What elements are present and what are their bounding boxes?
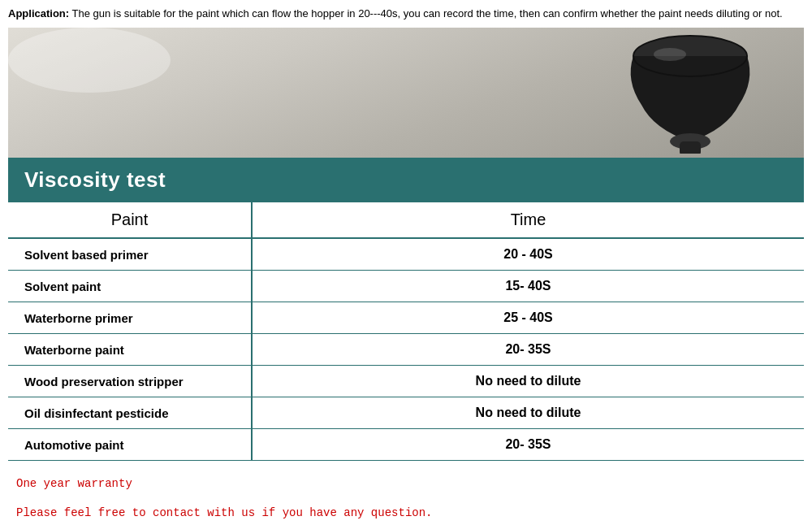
application-label: Application: — [8, 7, 69, 20]
cell-paint-0: Solvent based primer — [8, 238, 252, 271]
cell-time-4: No need to dilute — [252, 366, 804, 397]
cell-paint-5: Oil disinfectant pesticide — [8, 397, 252, 429]
cell-paint-4: Wood preservation stripper — [8, 366, 252, 397]
cell-time-2: 25 - 40S — [252, 302, 804, 334]
table-body: Solvent based primer20 - 40SSolvent pain… — [8, 238, 804, 461]
column-header-time: Time — [252, 202, 804, 238]
application-paragraph: Application: The gun is suitable for the… — [0, 0, 812, 28]
cell-time-6: 20- 35S — [252, 429, 804, 461]
application-description: The gun is suitable for the paint which … — [72, 7, 783, 20]
cell-time-1: 15- 40S — [252, 271, 804, 302]
cell-paint-6: Automotive paint — [8, 429, 252, 461]
svg-point-3 — [654, 48, 686, 61]
contact-text: Please feel free to contact with us if y… — [16, 506, 796, 519]
table-row: Wood preservation stripperNo need to dil… — [8, 366, 804, 397]
viscosity-cup-icon — [609, 32, 771, 154]
table-row: Solvent paint15- 40S — [8, 271, 804, 302]
warranty-text: One year warranty — [16, 477, 796, 490]
cell-paint-3: Waterborne paint — [8, 334, 252, 366]
cell-time-0: 20 - 40S — [252, 238, 804, 271]
cell-time-3: 20- 35S — [252, 334, 804, 366]
cell-time-5: No need to dilute — [252, 397, 804, 429]
table-row: Oil disinfectant pesticideNo need to dil… — [8, 397, 804, 429]
hero-image — [8, 28, 804, 158]
table-header-row: Paint Time — [8, 202, 804, 238]
svg-rect-2 — [680, 141, 701, 154]
viscosity-table-section: Viscosity test Paint Time Solvent based … — [8, 158, 804, 461]
table-row: Solvent based primer20 - 40S — [8, 238, 804, 271]
application-section: Application: The gun is suitable for the… — [0, 0, 812, 28]
table-row: Waterborne paint20- 35S — [8, 334, 804, 366]
main-container: Viscosity test Paint Time Solvent based … — [8, 28, 804, 525]
warranty-section: One year warranty Please feel free to co… — [8, 461, 804, 525]
viscosity-table: Paint Time Solvent based primer20 - 40SS… — [8, 202, 804, 461]
table-row: Automotive paint20- 35S — [8, 429, 804, 461]
cell-paint-1: Solvent paint — [8, 271, 252, 302]
column-header-paint: Paint — [8, 202, 252, 238]
viscosity-header: Viscosity test — [8, 158, 804, 202]
cell-paint-2: Waterborne primer — [8, 302, 252, 334]
table-row: Waterborne primer25 - 40S — [8, 302, 804, 334]
